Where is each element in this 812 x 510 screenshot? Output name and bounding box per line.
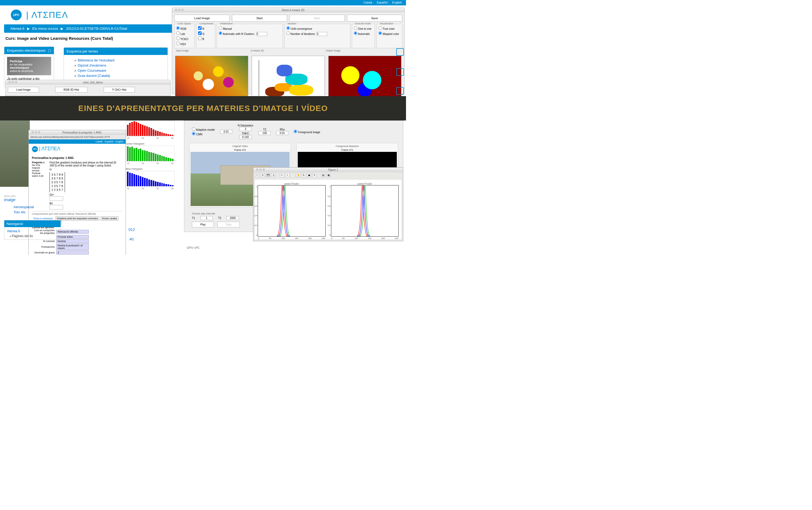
viz-true[interactable]: True color xyxy=(378,26,400,31)
quiz-heading: Previsualitza la pregunta: 1 ANG xyxy=(32,157,122,160)
upc-logo-small-icon: UPC xyxy=(32,146,38,152)
bc-home[interactable]: Atenea 6 xyxy=(10,27,24,31)
bc-courses[interactable]: Els meus cursos xyxy=(32,27,58,31)
side-toggle-1[interactable] xyxy=(396,48,404,56)
ngauss-input[interactable] xyxy=(239,127,252,131)
play-t1-input[interactable] xyxy=(201,216,213,220)
km-save-button[interactable]: Save xyxy=(347,15,403,22)
init-n-input[interactable] xyxy=(256,32,267,36)
play-button[interactable]: Play xyxy=(192,222,214,227)
fg-adaptive[interactable]: Adaptive model xyxy=(192,127,215,132)
stop-button[interactable]: Stop xyxy=(218,222,240,227)
side-toggle-2[interactable] xyxy=(396,68,404,76)
init-auto[interactable]: Automatic with N Clusters: xyxy=(219,31,281,36)
lang-catala[interactable]: Català xyxy=(364,1,372,4)
atenea-logo-text: | ΛΤΣΠΕΛ xyxy=(26,10,68,20)
tool-zoomout-icon[interactable]: − xyxy=(291,173,295,177)
matrix: 3 5 7 8 9 3 5 7 8 9 2 3 5 7 8 1 3 5 7 8 … xyxy=(50,172,65,192)
iter-num[interactable]: Number of iterations xyxy=(286,31,349,36)
tool-rotate-icon[interactable]: ↻ xyxy=(301,173,306,177)
comp-b[interactable]: B xyxy=(198,36,213,41)
fill-button[interactable]: Emplena amb les respostes correctes xyxy=(56,216,99,221)
exec-one[interactable]: One to one xyxy=(354,26,373,31)
tool-print-icon[interactable]: ⎙ xyxy=(271,173,276,177)
title-overlay: EINES D'APRENENTATGE PER MATERIES D'IMAT… xyxy=(0,96,406,120)
tool-pan-icon[interactable]: ✋ xyxy=(296,173,300,177)
tool-open-icon[interactable]: ⎘ xyxy=(260,173,265,177)
t2-input[interactable] xyxy=(259,131,271,135)
link-guia[interactable]: Guia docent (Català) xyxy=(75,73,157,78)
link-tots[interactable]: Tots els xyxy=(8,209,39,215)
link-aeroespacial[interactable]: Aeroespacial xyxy=(8,204,39,209)
fg-image-radio[interactable]: Foreground image xyxy=(294,130,320,134)
tool-colorbar-icon[interactable]: ▤ xyxy=(321,173,325,177)
link-biblioteca[interactable]: Biblioteca de l'estudiant xyxy=(75,58,157,63)
iter-n-input[interactable] xyxy=(316,32,327,36)
kmeans-window: Demo k-means 2D Load Image Start Next Sa… xyxy=(172,7,405,94)
finish-button[interactable]: Envia i acaba xyxy=(101,216,119,221)
gi-input[interactable] xyxy=(50,196,63,201)
bc-course[interactable]: 2012/13-01:ETSETB-230IVLR-CUTotal xyxy=(66,27,127,31)
navigation-box: Navegació Atenea 6 ▪ Pàgines del llo xyxy=(4,220,61,240)
tool-new-icon[interactable]: □ xyxy=(255,173,259,177)
enquestes-header: Enquestes electròniques▢ xyxy=(4,47,54,54)
cs-lab[interactable]: Lab xyxy=(176,31,193,36)
question-text: Find the gradient (modulus and phase on … xyxy=(50,161,122,167)
cs-hsv[interactable]: HSV xyxy=(176,41,193,46)
colorhist-load-button[interactable]: Load Image xyxy=(8,87,39,92)
play-t2-input[interactable] xyxy=(227,216,239,220)
tool-save-icon[interactable]: 💾 xyxy=(266,173,270,177)
figure-toolbar: □ ⎘ 💾 ⎙ ↖ + − ✋ ↻ ▣ ✎ ▤ ▦ xyxy=(253,172,403,178)
tool-datatip-icon[interactable]: ▣ xyxy=(307,173,311,177)
collapse-icon[interactable]: ▢ xyxy=(48,49,51,53)
language-bar: Català · Español · English xyxy=(0,0,406,5)
thfc-input[interactable] xyxy=(239,135,252,139)
cs-rgb[interactable]: RGB xyxy=(176,26,193,31)
figure1-plot-right: 10.80.60.40.20 050100150200250 xyxy=(331,185,399,236)
km-next-button[interactable]: Next xyxy=(289,15,345,22)
figure1-window: Figure 1 □ ⎘ 💾 ⎙ ↖ + − ✋ ↻ ▣ ✎ ▤ ▦ punt1… xyxy=(253,167,403,241)
bn-input[interactable] xyxy=(50,205,63,209)
colorhist-title: color_hist_demo xyxy=(83,81,103,84)
viz-map[interactable]: Mapped color xyxy=(378,31,400,36)
esquema-header: Esquema per temes xyxy=(64,48,168,55)
presentation-title: EINES D'APRENENTATGE PER MATERIES D'IMAT… xyxy=(78,104,328,113)
upc-logo-icon: UPC xyxy=(11,9,22,20)
nav-home[interactable]: Atenea 6 xyxy=(7,229,58,234)
lang-english[interactable]: English xyxy=(392,1,402,4)
street-image xyxy=(0,120,30,187)
opt-behavior[interactable]: Retroacció diferida xyxy=(56,230,89,234)
participa-banner[interactable]: Participa en les enquestes electròniques… xyxy=(7,57,51,75)
lang-espanol[interactable]: Español xyxy=(377,1,387,4)
rho-input[interactable] xyxy=(276,131,288,135)
iter-conv[interactable]: Until convergence xyxy=(286,26,349,31)
km-load-button[interactable]: Load Image xyxy=(174,15,230,22)
tool-zoomin-icon[interactable]: + xyxy=(285,173,290,177)
resource-links: Biblioteca de l'estudiant Dipòsit d'exàm… xyxy=(64,55,168,81)
link-ocw[interactable]: Open Courseware xyxy=(75,68,157,73)
green-histogram xyxy=(126,146,175,162)
exec-auto[interactable]: Automatic xyxy=(354,31,373,36)
colorhist-window: color_hist_demo Load Image RGB 3D Hist Y… xyxy=(5,80,171,96)
cs-ycbcr[interactable]: YCbCr xyxy=(176,36,193,41)
kmeans-title: Demo k-means 2D xyxy=(282,9,304,12)
tool-brush-icon[interactable]: ✎ xyxy=(312,173,317,177)
red-histogram xyxy=(126,120,175,137)
link-diposit[interactable]: Dipòsit d'exàmens xyxy=(75,63,157,68)
comp-g[interactable]: G xyxy=(198,31,213,36)
side-toggle-3[interactable] xyxy=(396,87,404,95)
histograms-area: 15202530 Green Histogram 15202530 Blue H… xyxy=(126,120,175,192)
comp-r[interactable]: R xyxy=(198,26,213,31)
fg-cmn[interactable]: CMN xyxy=(192,132,215,136)
colorhist-ycbcr-button[interactable]: Y CbCr Hist xyxy=(104,87,135,92)
km-start-button[interactable]: Start xyxy=(232,15,287,22)
figure1-plot-left: 10.80.60.40.20 050100150200250 xyxy=(258,185,326,236)
tool-pointer-icon[interactable]: ↖ xyxy=(280,173,284,177)
init-manual[interactable]: Manual xyxy=(219,26,281,31)
tool-legend-icon[interactable]: ▦ xyxy=(326,173,331,177)
quiz-url: atenea.upc.edu/moodle/question/preview.p… xyxy=(29,135,125,139)
colorhist-rgb-button[interactable]: RGB 3D Hist xyxy=(55,87,87,92)
blue-histogram xyxy=(126,171,175,187)
